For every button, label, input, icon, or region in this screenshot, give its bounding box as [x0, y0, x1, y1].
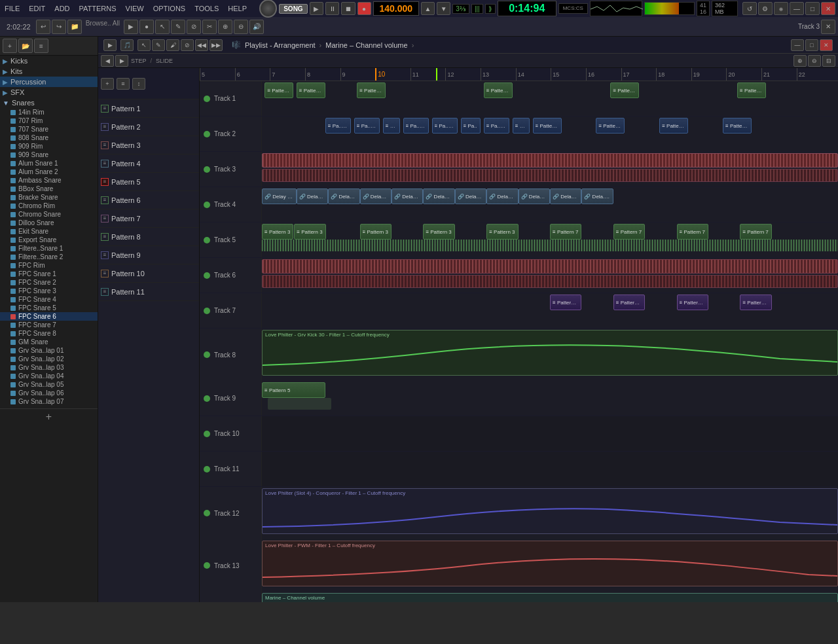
refresh-icon[interactable]: ↺	[742, 2, 757, 15]
track-5-label[interactable]: Track 5	[200, 223, 262, 257]
pattern-view-btn[interactable]: ≡	[117, 78, 130, 90]
block-t5-3[interactable]: ≡ Pattern 3	[360, 224, 392, 240]
zoom-in-btn[interactable]: ⊕	[218, 20, 232, 34]
file-grv-lap-03[interactable]: Grv Sna..lap 03	[0, 363, 98, 372]
draw-btn[interactable]: ✎	[171, 20, 185, 34]
file-grv-lap-06[interactable]: Grv Sna..lap 06	[0, 389, 98, 397]
add-item-btn[interactable]: +	[0, 408, 98, 424]
add-pattern-btn[interactable]: +	[101, 78, 114, 90]
block-t4-9[interactable]: 🔗 Delay 2..Mix level	[519, 188, 550, 204]
file-ekit-snare[interactable]: Ekit Snare	[0, 227, 98, 236]
file-909-rim[interactable]: 909 Rim	[0, 142, 98, 151]
track-7-content[interactable]: ≡ Pattern 10 ≡ Pattern 10 ≡ Pattern 10 ≡…	[262, 293, 838, 328]
block-t2-9[interactable]: ≡ Pattern 9	[533, 118, 562, 134]
step-left-btn[interactable]: ◀	[101, 55, 114, 67]
block-t2-10[interactable]: ≡ Pattern 9	[596, 118, 625, 134]
playlist-rec-btn[interactable]: 🎵	[120, 39, 134, 51]
select-btn[interactable]: ↖	[155, 20, 170, 34]
track-6-bottom-block[interactable]	[262, 275, 838, 288]
block-t4-5[interactable]: 🔗 Delay 2..Mix level	[392, 188, 423, 204]
pattern-item-5[interactable]: ≡ Pattern 5	[98, 173, 199, 191]
file-grv-lap-02[interactable]: Grv Sna..lap 02	[0, 355, 98, 363]
track-8-label[interactable]: Track 8	[200, 329, 262, 381]
pattern-item-7[interactable]: ≡ Pattern 7	[98, 209, 199, 228]
block-t5-6[interactable]: ≡ Pattern 7	[550, 224, 581, 240]
tempo-down[interactable]: ▼	[437, 2, 450, 15]
block-t5-2[interactable]: ≡ Pattern 3	[294, 224, 325, 240]
block-t2-7[interactable]: ≡ Pa..n 2	[484, 118, 510, 134]
track-13-label[interactable]: Track 13	[200, 539, 262, 592]
menu-file[interactable]: FILE	[3, 5, 22, 12]
track-2-content[interactable]: ≡ Pa..n 2 ≡ Pa..n 2 ≡ Pa.. ≡ Pa..n 2 ≡ P…	[262, 116, 838, 151]
folder-kits[interactable]: ▶ Kits	[0, 66, 98, 77]
pattern-item-10[interactable]: ≡ Pattern 10	[98, 264, 199, 283]
file-filtere-snare-1[interactable]: Filtere..Snare 1	[0, 244, 98, 253]
track-11-content[interactable]	[262, 452, 838, 486]
track-4-content[interactable]: 🔗 Delay 2.. level 🔗 Delay 2..Mix level 🔗…	[262, 187, 838, 222]
block-t2-1[interactable]: ≡ Pa..n 2	[325, 118, 352, 134]
fit-pl[interactable]: ⊟	[822, 55, 835, 67]
block-t1-4[interactable]: ≡ Pattern 1	[484, 82, 513, 98]
track-14-auto-block[interactable]: Marine – Channel volume	[262, 593, 838, 602]
pattern-item-4[interactable]: ≡ Pattern 4	[98, 154, 199, 173]
file-chromo-rim[interactable]: Chromo Rim	[0, 202, 98, 210]
pattern-item-2[interactable]: ≡ Pattern 2	[98, 118, 199, 136]
file-fpc-snare-7[interactable]: FPC Snare 7	[0, 321, 98, 329]
file-grv-lap-07[interactable]: Grv Sna..lap 07	[0, 397, 98, 406]
pause-button[interactable]: ⏸	[325, 2, 339, 15]
file-fpc-snare-3[interactable]: FPC Snare 3	[0, 287, 98, 295]
track-9-content[interactable]: ≡ Pattern 5	[262, 381, 838, 416]
block-t2-6[interactable]: ≡ Pa..	[461, 118, 481, 134]
block-t1-6[interactable]: ≡ Pattern 1	[737, 82, 766, 98]
playlist-breadcrumb2[interactable]: Marine – Channel volume	[325, 41, 407, 49]
play2-btn[interactable]: ▶	[124, 20, 138, 34]
pl-minimize-btn[interactable]: —	[791, 39, 804, 51]
file-707-rim[interactable]: 707 Rim	[0, 116, 98, 125]
track-6-label[interactable]: Track 6	[200, 258, 262, 293]
pattern-item-6[interactable]: ≡ Pattern 6	[98, 191, 199, 209]
plugin-icon[interactable]: ⎈	[774, 2, 788, 15]
block-t1-1[interactable]: ≡ Pattern 1	[264, 82, 293, 98]
track-13-content[interactable]: Love Philter - PWM - Filter 1 – Cutoff f…	[262, 539, 838, 592]
tempo-up[interactable]: ▲	[421, 2, 435, 15]
minimize-icon[interactable]: —	[790, 2, 804, 15]
block-t2-11[interactable]: ≡ Pattern 9	[659, 118, 688, 134]
file-14in-rim[interactable]: 14in Rim	[0, 108, 98, 116]
file-gm-snare[interactable]: GM Snare	[0, 338, 98, 346]
redo-btn[interactable]: ↪	[52, 20, 66, 34]
pl-close-btn[interactable]: ✕	[820, 39, 833, 51]
erase-btn[interactable]: ⊘	[187, 20, 201, 34]
file-grv-lap-04[interactable]: Grv Sna..lap 04	[0, 372, 98, 380]
block-t2-3[interactable]: ≡ Pa..	[383, 118, 400, 134]
close-panel-btn[interactable]: ✕	[821, 20, 835, 34]
track-7-label[interactable]: Track 7	[200, 293, 262, 328]
menu-edit[interactable]: EDIT	[27, 5, 47, 12]
block-t5-9[interactable]: ≡ Pattern 7	[740, 224, 771, 240]
block-t4-2[interactable]: 🔗 Delay 2..Mix level	[297, 188, 328, 204]
file-dilloo-snare[interactable]: Dilloo Snare	[0, 219, 98, 227]
track-3-full-block[interactable]	[262, 153, 838, 168]
file-bbox-snare[interactable]: BBox Snare	[0, 185, 98, 193]
pattern-item-3[interactable]: ≡ Pattern 3	[98, 136, 199, 154]
block-t5-7[interactable]: ≡ Pattern 7	[613, 224, 645, 240]
undo-btn[interactable]: ↩	[36, 20, 50, 34]
play-button[interactable]: ▶	[310, 2, 323, 15]
playlist-play-btn[interactable]: ▶	[103, 39, 117, 51]
cut-btn[interactable]: ✂	[202, 20, 217, 34]
file-fpc-snare-4[interactable]: FPC Snare 4	[0, 295, 98, 304]
block-t4-4[interactable]: 🔗 Delay 2..Mix level	[360, 188, 392, 204]
track-4-label[interactable]: Track 4	[200, 187, 262, 222]
pattern-item-9[interactable]: ≡ Pattern 9	[98, 246, 199, 264]
file-chromo-snare[interactable]: Chromo Snare	[0, 210, 98, 219]
stop-button[interactable]: ⏹	[341, 2, 355, 15]
track-14-content[interactable]: Marine – Channel volume	[262, 592, 838, 602]
snap-btn[interactable]: ↖	[137, 39, 151, 51]
erase-pl-btn[interactable]: ⊘	[181, 39, 194, 51]
track-9-label[interactable]: Track 9	[200, 381, 262, 416]
track-11-label[interactable]: Track 11	[200, 452, 262, 486]
file-filtere-snare-2[interactable]: Filtere..Snare 2	[0, 253, 98, 261]
close-icon[interactable]: ✕	[821, 2, 835, 15]
fwd-btn[interactable]: ▶▶	[210, 39, 223, 51]
file-alum-snare-1[interactable]: Alum Snare 1	[0, 159, 98, 168]
playlist-breadcrumb1[interactable]: Playlist - Arrangement	[245, 41, 316, 49]
